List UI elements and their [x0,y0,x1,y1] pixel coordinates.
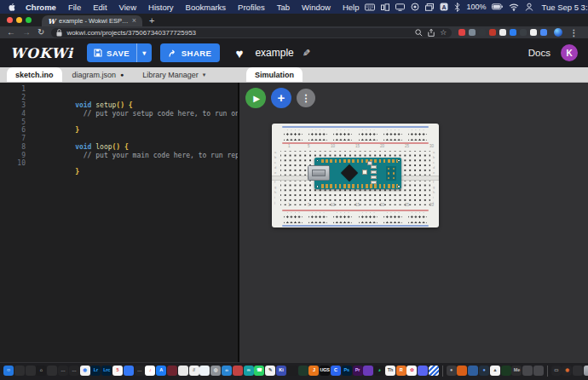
extension-icon[interactable] [489,29,496,36]
power-rail-bottom[interactable] [284,212,427,223]
new-tab-button[interactable]: + [149,15,154,26]
window-manager-icon[interactable] [381,3,389,11]
share-icon[interactable] [428,29,435,37]
dock-icon[interactable]: ◕ [374,366,384,376]
back-button[interactable]: ← [7,28,15,37]
dock-icon[interactable]: ♪ [145,366,155,376]
user-switch-icon[interactable] [525,3,533,11]
dock-icon[interactable] [363,366,373,376]
dock-icon[interactable]: ◎ [210,366,221,376]
dock-icon[interactable]: Lrc [101,366,112,376]
battery-icon[interactable] [492,3,503,10]
forward-button[interactable]: → [22,28,31,37]
save-dropdown-caret[interactable]: ▾ [136,43,152,62]
display-icon[interactable] [395,3,405,11]
arduino-nano[interactable] [314,158,401,189]
menu-item[interactable]: Bookmarks [180,3,233,12]
menu-item[interactable]: Edit [87,3,112,12]
menu-clock[interactable]: Tue Sep 5 3:11 PM [541,3,588,12]
power-rail-top[interactable] [284,130,427,141]
dock-icon[interactable] [287,366,297,376]
dock-icon[interactable]: ● [447,366,457,376]
minimize-window-button[interactable] [16,17,22,23]
close-window-button[interactable] [7,17,13,23]
menu-item[interactable]: File [62,3,87,12]
dock-icon[interactable]: R [396,366,406,376]
address-bar[interactable]: wokwi.com/projects/375067340377725953 ☆ [51,28,452,37]
extension-icon[interactable] [530,29,537,36]
dock-icon[interactable] [584,366,588,376]
extension-icon[interactable] [499,29,506,36]
tab-sketch-ino[interactable]: sketch.ino [7,67,62,82]
dock-icon[interactable]: ✿ [406,366,417,376]
tab-close-icon[interactable]: × [132,17,136,25]
dock-icon[interactable] [429,366,439,376]
dock-icon[interactable] [573,366,583,376]
dock-icon[interactable] [418,366,428,376]
dock-icon[interactable]: … [58,366,68,376]
menu-item[interactable]: Chrome [20,3,62,12]
chrome-menu-icon[interactable]: ⋮ [569,28,578,37]
dock-icon[interactable]: Ps [342,366,352,376]
dock-icon[interactable]: ‹› [222,366,232,376]
browser-tab[interactable]: W example - Wokwi ESP32, STM × [42,15,142,26]
menu-item[interactable]: Help [337,3,366,12]
menu-item[interactable]: Tab [271,3,296,12]
keyboard-icon[interactable] [365,3,375,11]
extension-icon[interactable] [540,29,547,36]
dock-icon[interactable]: ◉ [562,366,572,376]
dock-icon[interactable]: ▲ [490,366,500,376]
bluetooth-icon[interactable] [454,3,460,12]
dock-icon[interactable]: 5 [112,366,123,376]
dock-icon[interactable] [199,366,210,376]
reset-button[interactable] [367,161,372,165]
extension-icon[interactable] [469,29,476,36]
wifi-icon[interactable] [509,3,519,11]
input-source-icon[interactable]: A [440,3,448,11]
simulation-menu-button[interactable]: ⋮ [297,89,315,107]
dock-icon[interactable]: … [135,366,145,376]
dock-icon[interactable]: ● [479,366,489,376]
reload-button[interactable]: ↻ [37,28,44,37]
tab-simulation[interactable]: Simulation [246,67,303,82]
url-text[interactable]: wokwi.com/projects/375067340377725953 [66,29,411,37]
dock-icon[interactable] [501,366,511,376]
extension-icon[interactable] [510,29,516,36]
dock-icon[interactable]: ☺ [3,366,14,376]
code-editor[interactable]: 1 void setup() { 2 // put your setup cod… [0,83,239,380]
project-name[interactable]: example [255,47,293,59]
dock-icon[interactable] [167,366,177,376]
dock-icon[interactable] [298,366,308,376]
extension-icon[interactable] [479,29,486,36]
screen-mirroring-icon[interactable] [425,3,434,11]
dock-icon[interactable]: Me [511,366,522,376]
save-button[interactable]: SAVE ▾ [87,43,152,62]
menu-item[interactable]: Profiles [232,3,271,12]
dock-icon[interactable]: UGS [320,366,330,376]
rename-pencil-icon[interactable]: ✎ [303,48,310,59]
dock-icon[interactable]: C [331,366,341,376]
dock-icon[interactable] [124,366,134,376]
dock-icon[interactable]: … [69,366,79,376]
dock-icon[interactable]: Pr [353,366,363,376]
extension-icon[interactable] [520,29,527,36]
dock-icon[interactable]: // [189,366,199,376]
apple-icon[interactable] [9,3,16,12]
play-button[interactable]: ▶ [245,88,266,108]
docs-link[interactable]: Docs [528,48,551,58]
share-button[interactable]: SHARE [160,43,221,62]
dock-icon[interactable] [233,366,243,376]
user-avatar[interactable]: K [561,44,578,61]
add-part-button[interactable]: + [271,88,291,108]
tab-library-manager[interactable]: Library Manager▾ [134,67,214,82]
dock-icon[interactable]: J [308,366,319,376]
dock-icon[interactable] [468,366,478,376]
dock-icon[interactable] [457,366,467,376]
dock-icon[interactable]: ◉ [80,366,90,376]
dock-icon[interactable] [522,366,533,376]
extension-icon[interactable] [458,29,465,36]
dock-icon[interactable]: Lr [90,366,101,376]
dock-icon[interactable]: Ki [276,366,286,376]
dock-icon[interactable]: ∞ [244,366,254,376]
dock-icon[interactable]: A [156,366,166,376]
